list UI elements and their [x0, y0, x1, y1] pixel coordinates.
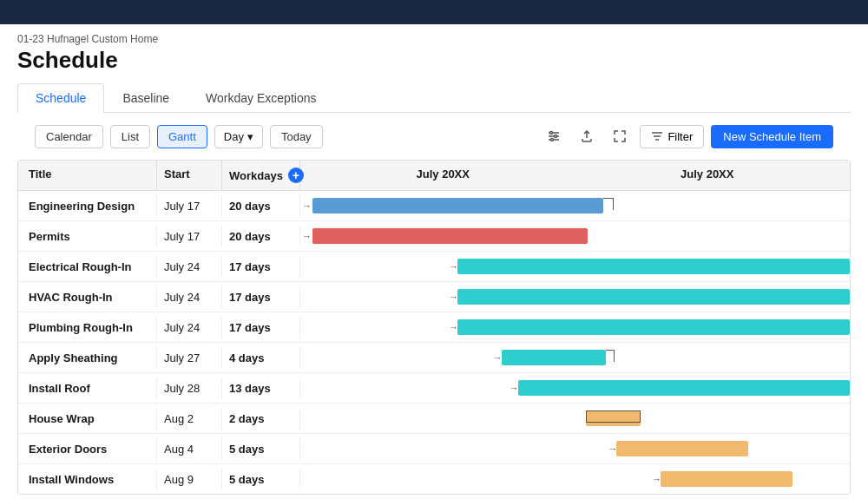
view-calendar-button[interactable]: Calendar	[35, 125, 103, 148]
row-title: Install Roof	[18, 378, 157, 399]
row-start: July 24	[157, 256, 222, 278]
row-start: Aug 9	[157, 469, 222, 490]
row-start: July 17	[157, 195, 222, 217]
tab-baseline[interactable]: Baseline	[104, 83, 187, 113]
row-title: Apply Sheathing	[18, 347, 157, 369]
row-start: July 24	[157, 286, 222, 308]
row-title: Permits	[18, 226, 157, 247]
expand-icon[interactable]	[607, 123, 633, 149]
chart-month-1: July 20XX	[311, 167, 575, 183]
row-chart: →	[300, 252, 850, 281]
svg-point-5	[551, 139, 554, 141]
gantt-container: Title Start Workdays + July 20XX July 20…	[17, 160, 851, 495]
row-start: July 27	[157, 347, 222, 369]
row-start: July 28	[157, 378, 222, 399]
row-title: HVAC Rough-In	[18, 286, 157, 308]
row-chart: →	[300, 464, 850, 494]
table-row: Electrical Rough-In July 24 17 days →	[18, 252, 850, 282]
export-icon[interactable]	[574, 123, 600, 149]
toolbar: Calendar List Gantt Day ▾ Today	[17, 123, 851, 160]
header-title: Title	[18, 161, 157, 190]
chart-month-2: July 20XX	[575, 167, 840, 183]
row-title: Exterior Doors	[18, 438, 157, 460]
row-workdays: 20 days	[222, 195, 300, 217]
table-row: Exterior Doors Aug 4 5 days →	[18, 434, 850, 464]
header-area: 01-23 Hufnagel Custom Home Schedule Sche…	[0, 24, 868, 160]
filter-label: Filter	[667, 130, 693, 143]
row-workdays: 13 days	[222, 378, 300, 399]
tabs-row: Schedule Baseline Workday Exceptions	[17, 82, 851, 113]
header-chart: July 20XX July 20XX	[300, 161, 850, 190]
row-start: July 24	[157, 317, 222, 338]
tab-schedule[interactable]: Schedule	[17, 83, 104, 113]
row-start: Aug 4	[157, 438, 222, 460]
main-content: Title Start Workdays + July 20XX July 20…	[0, 160, 868, 495]
row-workdays: 17 days	[222, 256, 300, 278]
table-row: Install Roof July 28 13 days →	[18, 373, 850, 404]
row-title: House Wrap	[18, 408, 157, 430]
table-row: Install Windows Aug 9 5 days →	[18, 464, 850, 494]
new-schedule-item-button[interactable]: New Schedule Item	[711, 125, 833, 148]
row-chart: →	[300, 221, 850, 251]
view-gantt-button[interactable]: Gantt	[157, 125, 207, 148]
view-list-button[interactable]: List	[110, 125, 150, 148]
settings-icon[interactable]	[541, 123, 567, 149]
top-bar	[0, 0, 868, 24]
row-workdays: 17 days	[222, 286, 300, 308]
table-row: Plumbing Rough-In July 24 17 days →	[18, 312, 850, 343]
project-label: 01-23 Hufnagel Custom Home	[17, 33, 851, 45]
today-button[interactable]: Today	[270, 125, 323, 148]
day-select[interactable]: Day ▾	[214, 125, 263, 148]
table-row: Apply Sheathing July 27 4 days →	[18, 343, 850, 373]
chevron-down-icon: ▾	[247, 130, 253, 143]
row-workdays: 4 days	[222, 347, 300, 369]
row-chart: →	[300, 312, 850, 342]
row-workdays: 17 days	[222, 317, 300, 338]
table-row: HVAC Rough-In July 24 17 days →	[18, 282, 850, 312]
table-row: Permits July 17 20 days →	[18, 221, 850, 252]
table-row: House Wrap Aug 2 2 days	[18, 404, 850, 434]
row-workdays: 20 days	[222, 226, 300, 247]
svg-point-4	[555, 135, 557, 138]
row-chart: →	[300, 373, 850, 403]
day-select-label: Day	[224, 130, 244, 143]
row-title: Install Windows	[18, 469, 157, 490]
row-workdays: 5 days	[222, 469, 300, 490]
table-row: Engineering Design July 17 20 days →	[18, 191, 850, 221]
filter-button[interactable]: Filter	[640, 125, 704, 148]
row-chart: →	[300, 343, 850, 372]
row-start: July 17	[157, 226, 222, 247]
row-title: Electrical Rough-In	[18, 256, 157, 278]
header-start: Start	[157, 161, 222, 190]
row-chart: →	[300, 282, 850, 312]
row-title: Engineering Design	[18, 195, 157, 217]
svg-point-3	[550, 132, 553, 135]
row-title: Plumbing Rough-In	[18, 317, 157, 338]
gantt-header: Title Start Workdays + July 20XX July 20…	[18, 161, 850, 191]
header-workdays: Workdays +	[222, 161, 300, 190]
tab-workday-exceptions[interactable]: Workday Exceptions	[187, 83, 334, 113]
row-chart: →	[300, 434, 850, 463]
row-workdays: 2 days	[222, 408, 300, 430]
row-chart	[300, 404, 850, 433]
page-title: Schedule	[17, 47, 851, 74]
workdays-label: Workdays	[229, 169, 283, 182]
row-workdays: 5 days	[222, 438, 300, 460]
row-chart: →	[300, 191, 850, 220]
row-start: Aug 2	[157, 408, 222, 430]
